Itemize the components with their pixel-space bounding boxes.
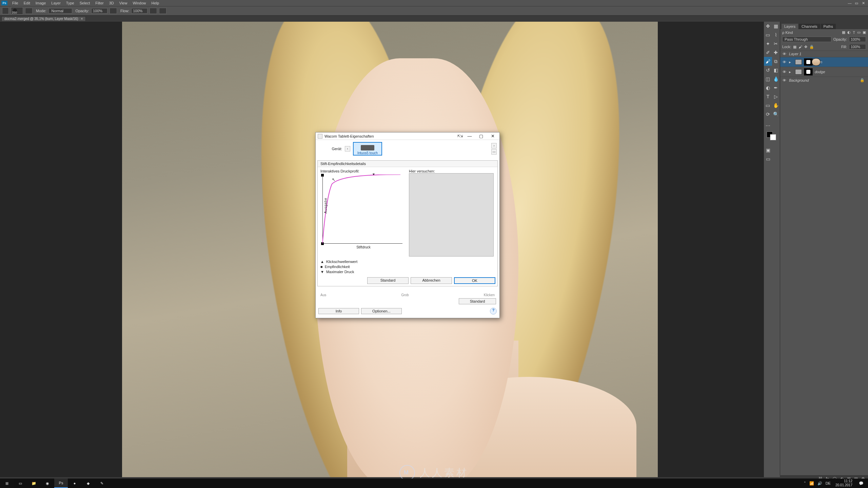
lock-all-icon[interactable]: 🔒 <box>809 45 814 49</box>
menu-type[interactable]: Type <box>63 1 77 5</box>
tray-lang-icon[interactable]: DE <box>826 481 831 485</box>
try-here-canvas[interactable] <box>409 173 494 257</box>
taskbar-app-a[interactable]: ◆ <box>81 479 95 488</box>
layer-mask-thumb[interactable] <box>804 58 813 66</box>
layer-name[interactable]: dodge <box>815 70 825 74</box>
layer-name[interactable]: Layer 1 <box>789 52 802 56</box>
device-menu[interactable]: — <box>491 149 497 155</box>
taskbar-explorer[interactable]: 📁 <box>27 479 41 488</box>
filter-pixel-icon[interactable]: ▦ <box>842 30 845 35</box>
tool-type[interactable]: T <box>764 92 772 101</box>
tool-edit-toolbar[interactable]: ⋯ <box>764 121 772 130</box>
document-tab-close[interactable]: × <box>81 17 83 21</box>
menu-layer[interactable]: Layer <box>48 1 63 5</box>
tool-dodge[interactable]: ◐ <box>764 83 772 92</box>
tool-eraser[interactable]: ◧ <box>772 66 780 75</box>
tool-gradient[interactable]: ◫ <box>764 75 772 83</box>
tool-heal[interactable]: ✚ <box>772 48 780 57</box>
tool-crop[interactable]: ✂ <box>772 39 780 48</box>
tab-paths[interactable]: Paths <box>821 24 836 29</box>
tool-eyedropper[interactable]: ✐ <box>764 48 772 57</box>
current-tool-icon[interactable] <box>2 7 9 14</box>
tool-pen[interactable]: ✒ <box>772 83 780 92</box>
taskbar-wacom[interactable]: ✎ <box>95 479 108 488</box>
menu-filter[interactable]: Filter <box>93 1 106 5</box>
wacom-options-button[interactable]: Optionen... <box>361 308 402 314</box>
window-restore[interactable]: ▭ <box>853 1 860 5</box>
device-prev[interactable]: ‹ <box>345 146 350 151</box>
tool-marquee[interactable]: ▭ <box>764 30 772 39</box>
wacom-close[interactable]: ✕ <box>488 134 497 139</box>
size-pressure-toggle[interactable] <box>159 8 166 14</box>
wacom-pin-icon[interactable]: ⇱⇲ <box>457 134 463 138</box>
blend-mode-select[interactable]: Normal <box>48 8 72 14</box>
device-tile[interactable]: Intuos5 touch <box>353 142 382 156</box>
sens-standard-button[interactable]: Standard <box>367 277 409 284</box>
panel-opacity-input[interactable]: 100% <box>849 37 866 42</box>
taskbar-photoshop[interactable]: Ps <box>54 479 68 488</box>
tab-layers[interactable]: Layers <box>782 24 798 29</box>
brush-preset-picker[interactable]: 250 <box>11 7 23 15</box>
device-next[interactable]: › <box>491 143 497 148</box>
task-view-button[interactable]: ▭ <box>14 479 27 488</box>
tool-move[interactable]: ✥ <box>764 22 772 30</box>
action-center-button[interactable]: 💬 <box>854 479 868 488</box>
menu-window[interactable]: Window <box>130 1 149 5</box>
taskbar-clock[interactable]: 11:12 20.01.2017 <box>833 479 854 487</box>
group-toggle[interactable]: ▸ <box>789 60 793 64</box>
tool-stamp[interactable]: ⧉ <box>772 57 780 66</box>
tool-blur[interactable]: 💧 <box>772 75 780 83</box>
layer-thumb[interactable] <box>812 58 821 66</box>
menu-select[interactable]: Select <box>77 1 93 5</box>
taskbar-obs[interactable]: ● <box>68 479 81 488</box>
menu-3d[interactable]: 3D <box>106 1 117 5</box>
tool-history-brush[interactable]: ↺ <box>764 66 772 75</box>
airbrush-toggle[interactable] <box>150 8 157 14</box>
visibility-toggle[interactable]: 👁 <box>782 60 787 64</box>
layer-row[interactable]: 👁 ▸ dodge <box>780 67 868 77</box>
wacom-help-button[interactable]: ? <box>490 308 497 314</box>
wacom-titlebar[interactable]: Wacom Tablett-Eigenschaften ⇱⇲ — ▢ ✕ <box>316 133 499 140</box>
filter-adjust-icon[interactable]: ◐ <box>847 30 851 35</box>
menu-help[interactable]: Help <box>149 1 162 5</box>
fill-input[interactable]: 100% <box>849 44 866 49</box>
start-button[interactable]: ⊞ <box>0 479 14 488</box>
tool-rotate[interactable]: ⟳ <box>764 110 772 119</box>
tool-hand[interactable]: ✋ <box>772 101 780 110</box>
sens-cancel-button[interactable]: Abbrechen <box>411 277 452 284</box>
filter-type-icon[interactable]: T <box>853 30 855 35</box>
lock-position-icon[interactable]: ✥ <box>804 45 807 49</box>
menu-file[interactable]: File <box>9 1 21 5</box>
window-minimize[interactable]: — <box>846 1 853 5</box>
tray-volume-icon[interactable]: 🔊 <box>817 481 822 486</box>
tray-network-icon[interactable]: 📶 <box>809 481 814 486</box>
tool-artboard[interactable]: ▦ <box>772 22 780 30</box>
filter-shape-icon[interactable]: ▭ <box>857 30 861 35</box>
wacom-maximize[interactable]: ▢ <box>476 134 486 139</box>
lock-transparency-icon[interactable]: ▦ <box>793 45 796 49</box>
tool-shape[interactable]: ▭ <box>764 101 772 110</box>
tool-brush[interactable]: 🖌 <box>764 57 772 66</box>
layer-name[interactable]: Background <box>789 78 809 82</box>
lock-pixels-icon[interactable]: 🖌 <box>798 45 802 49</box>
layer-mask-thumb[interactable] <box>804 68 813 76</box>
tool-zoom[interactable]: 🔍 <box>772 110 780 119</box>
wacom-standard-button[interactable]: Standard <box>459 298 496 304</box>
taskbar-chrome[interactable]: ◉ <box>41 479 54 488</box>
group-toggle[interactable]: ▸ <box>789 70 793 74</box>
pressure-curve-graph[interactable]: ▼ ↖ Ausgabe Stiftdruck <box>324 175 402 248</box>
sens-ok-button[interactable]: OK <box>454 277 495 284</box>
layer-row[interactable]: 👁 Background 🔒 <box>780 77 868 83</box>
visibility-toggle[interactable]: 👁 <box>782 70 787 74</box>
visibility-toggle[interactable]: 👁 <box>782 78 787 82</box>
tool-wand[interactable]: ✦ <box>764 39 772 48</box>
quick-mask-toggle[interactable]: ▣ <box>764 146 772 155</box>
document-tab[interactable]: docma2-merged @ 35,1% (burn, Layer Mask/… <box>1 16 86 21</box>
visibility-toggle[interactable]: 👁 <box>782 52 787 56</box>
screen-mode-toggle[interactable]: ▭ <box>764 155 772 163</box>
tab-channels[interactable]: Channels <box>799 24 820 29</box>
blend-mode-select-panel[interactable]: Pass Through <box>782 37 831 42</box>
system-tray[interactable]: ˄ 📶 🔊 DE <box>804 481 833 486</box>
wacom-minimize[interactable]: — <box>465 134 474 139</box>
menu-view[interactable]: View <box>117 1 130 5</box>
